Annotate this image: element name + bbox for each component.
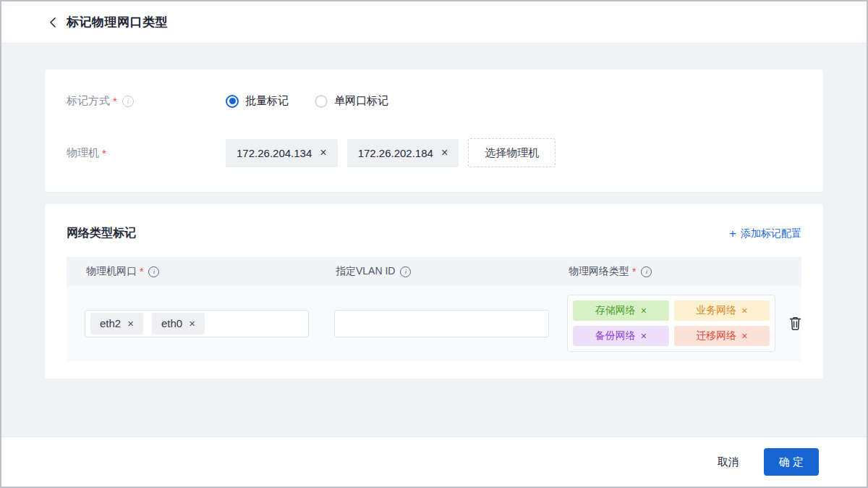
tag-label: 业务网络 (696, 304, 736, 317)
port-name: eth0 (161, 317, 182, 329)
remove-icon[interactable]: × (320, 147, 326, 159)
info-icon[interactable]: i (148, 266, 159, 277)
page-title: 标记物理网口类型 (67, 14, 168, 30)
required-mark: * (102, 147, 106, 159)
network-type-table: 物理机网口 * i 指定VLAN ID i 物理网络类型 * i (67, 257, 801, 361)
radio-unselected-icon (315, 95, 328, 108)
remove-icon[interactable]: × (741, 306, 747, 316)
column-label: 指定VLAN ID (336, 265, 395, 278)
tag-label: 备份网络 (595, 329, 636, 342)
confirm-button[interactable]: 确 定 (764, 448, 819, 476)
machine-ip: 172.26.204.134 (237, 147, 312, 159)
select-machine-button[interactable]: 选择物理机 (468, 138, 556, 167)
remove-icon[interactable]: × (189, 318, 195, 329)
port-chip: eth2 × (90, 313, 143, 335)
trash-icon (788, 316, 802, 331)
network-type-select[interactable]: 存储网络 × 业务网络 × 备份网络 × (567, 295, 775, 352)
column-header-ports: 物理机网口 * i (67, 265, 316, 278)
label-text: 标记方式 (67, 94, 110, 108)
table-header-row: 物理机网口 * i 指定VLAN ID i 物理网络类型 * i (67, 257, 801, 286)
tag-label: 迁移网络 (696, 329, 736, 342)
required-mark: * (632, 266, 636, 277)
port-name: eth2 (100, 317, 121, 329)
label-text: 物理机 (67, 146, 99, 160)
mark-settings-card: 标记方式 * i 批量标记 单网口标记 物理机 (45, 70, 823, 192)
column-header-network-type: 物理网络类型 * i (549, 265, 801, 278)
network-type-tag: 存储网络 × (573, 300, 669, 321)
info-icon[interactable]: i (122, 96, 134, 107)
required-mark: * (113, 95, 117, 107)
vlan-id-input[interactable] (334, 310, 549, 337)
network-type-tag: 迁移网络 × (674, 326, 770, 346)
column-label: 物理机网口 (86, 265, 137, 278)
network-type-tag: 备份网络 × (573, 326, 669, 346)
physical-machine-label: 物理机 * (67, 146, 226, 160)
info-icon[interactable]: i (641, 266, 652, 277)
info-icon[interactable]: i (400, 266, 411, 277)
network-type-cell: 存储网络 × 业务网络 × 备份网络 × (549, 295, 804, 352)
network-type-tag: 业务网络 × (674, 300, 770, 321)
column-label: 物理网络类型 (569, 265, 629, 278)
ports-cell: eth2 × eth0 × (67, 310, 316, 337)
add-config-link[interactable]: + 添加标记配置 (729, 227, 801, 240)
remove-icon[interactable]: × (741, 331, 747, 341)
radio-label: 批量标记 (245, 94, 289, 108)
physical-machine-tags: 172.26.204.134 × 172.26.202.184 × 选择物理机 (226, 138, 556, 167)
page-body: 标记方式 * i 批量标记 单网口标记 物理机 (1, 43, 867, 437)
page-header: 标记物理网口类型 (1, 1, 867, 43)
radio-single-port-mark[interactable]: 单网口标记 (315, 94, 388, 108)
remove-icon[interactable]: × (641, 331, 647, 341)
mark-mode-radio-group: 批量标记 单网口标记 (226, 94, 388, 108)
page-footer: 取消 确 定 (1, 437, 867, 487)
add-config-label: 添加标记配置 (741, 227, 801, 240)
page: 标记物理网口类型 标记方式 * i 批量标记 单网口标记 (0, 0, 868, 488)
remove-icon[interactable]: × (641, 306, 647, 316)
machine-ip: 172.26.202.184 (358, 147, 433, 159)
port-chip: eth0 × (152, 313, 205, 335)
mark-mode-label: 标记方式 * i (67, 94, 226, 108)
required-mark: * (140, 266, 143, 277)
mark-mode-row: 标记方式 * i 批量标记 单网口标记 (67, 94, 801, 108)
machine-tag: 172.26.202.184 × (347, 139, 459, 167)
remove-icon[interactable]: × (441, 147, 448, 159)
remove-icon[interactable]: × (127, 318, 134, 329)
network-type-head: 网络类型标记 + 添加标记配置 (67, 226, 801, 241)
physical-machine-row: 物理机 * 172.26.204.134 × 172.26.202.184 × … (67, 138, 801, 167)
column-header-vlan: 指定VLAN ID i (316, 265, 549, 278)
delete-row-button[interactable] (787, 315, 804, 332)
radio-selected-icon (226, 95, 239, 108)
radio-label: 单网口标记 (334, 94, 388, 108)
cancel-button[interactable]: 取消 (718, 455, 739, 469)
ports-input[interactable]: eth2 × eth0 × (85, 310, 309, 337)
machine-tag: 172.26.204.134 × (226, 139, 338, 167)
network-type-card: 网络类型标记 + 添加标记配置 物理机网口 * i 指定VLAN ID i (45, 204, 823, 379)
plus-icon: + (729, 227, 736, 240)
back-icon[interactable] (48, 16, 58, 29)
vlan-cell (316, 310, 549, 337)
tag-label: 存储网络 (595, 304, 636, 317)
section-title: 网络类型标记 (67, 226, 136, 241)
radio-batch-mark[interactable]: 批量标记 (226, 94, 289, 108)
table-row: eth2 × eth0 × (67, 286, 801, 361)
